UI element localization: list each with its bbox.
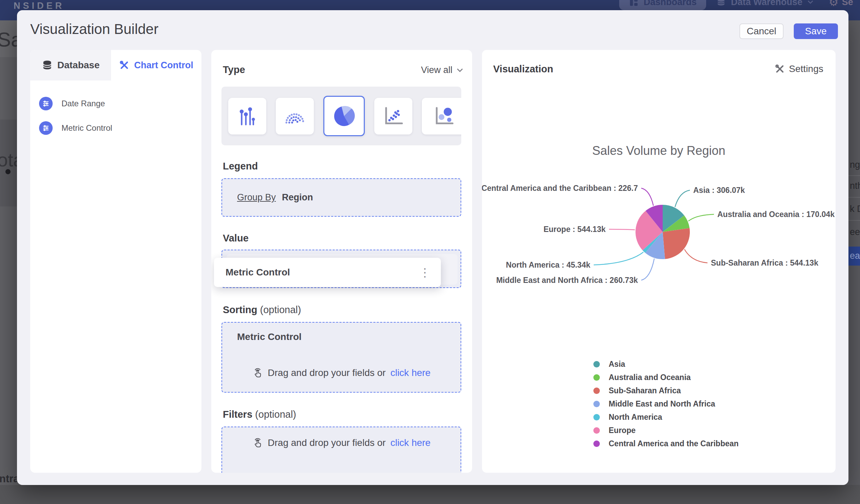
tab-chart-control-label: Chart Control [134,60,193,71]
filters-dropzone[interactable]: Drag and drop your fields or click here [221,427,461,473]
screen: NSIDER Dashboards Data Warehouse ⚙ Se [0,0,860,504]
sorting-heading-label: Sorting [223,304,257,315]
tab-chart-control[interactable]: Chart Control [111,50,201,81]
nav-item-data-warehouse[interactable]: Data Warehouse [716,0,814,9]
tap-hand-icon [252,368,263,378]
legend-color-dot [593,388,600,394]
database-icon [716,0,726,7]
pie-leader-line [641,258,654,280]
sorting-optional-label: (optional) [260,304,301,315]
pie-callout-label: North America : 45.34k [506,260,590,270]
value-field-dragging-chip[interactable]: Metric Control ⋮ [214,258,441,287]
menu-divider [848,197,860,198]
menu-item-selected[interactable]: ear [848,247,860,265]
builder-panel: Type View all [211,50,472,473]
menu-divider [848,175,860,176]
tab-database-label: Database [57,60,100,71]
menu-item-fragment: ear [850,251,860,261]
menu-divider [848,220,860,221]
legend-color-dot [593,374,600,381]
nav-item-dashboards[interactable]: Dashboards [619,0,706,10]
sidebar-item-label: Metric Control [61,123,112,133]
dropzone-text: Drag and drop your fields or [268,437,386,448]
legend-color-dot [593,441,600,447]
legend-item[interactable]: Australia and Oceania [593,373,739,382]
legend-color-dot [593,361,600,368]
type-card-pie-chart-selected[interactable] [323,96,365,136]
dragging-field-label: Metric Control [226,258,290,287]
type-card-lollipop-chart[interactable] [228,98,266,134]
legend-dropzone[interactable]: Group By Region [221,178,461,217]
database-icon [42,60,53,71]
pie-chart-icon [331,103,357,129]
pie-callout-label: Europe : 544.13k [543,225,606,234]
legend-label: Sub-Saharan Africa [609,386,681,395]
value-heading: Value [223,233,249,244]
legend-item[interactable]: Middle East and North Africa [593,400,739,408]
legend-heading: Legend [223,161,258,172]
pie-slice[interactable] [663,228,690,259]
filters-optional-label: (optional) [255,409,296,420]
click-here-link[interactable]: click here [390,437,430,448]
legend-color-dot [593,427,600,434]
group-by-value: Region [282,192,313,203]
nav-item-settings[interactable]: ⚙ Se [829,0,853,9]
tune-icon [39,97,53,110]
pie-callout-label: Sub-Saharan Africa : 544.13k [711,258,818,268]
type-card-arc-dot-chart[interactable] [276,98,314,134]
visualization-panel: Visualization Settings Sales Volume by R… [482,50,835,473]
tab-database[interactable]: Database [30,50,111,81]
menu-item-fragment[interactable]: nth [850,181,860,191]
legend-color-dot [593,414,600,420]
pie-callout-label: Central America and the Caribbean : 226.… [482,183,638,193]
sorting-dropzone[interactable]: Metric Control Drag and drop your fields… [221,322,461,393]
pie-leader-line [675,190,690,207]
cancel-button[interactable]: Cancel [740,24,784,39]
legend-item[interactable]: Asia [593,360,739,369]
visualization-builder-modal: Visualization Builder Cancel Save Databa… [17,10,848,485]
view-all-button[interactable]: View all [421,65,463,75]
pie-leader-line [641,188,654,206]
pie-leader-line [594,252,643,265]
pie-callout-label: Australia and Oceania : 170.04k [717,210,834,219]
legend-item[interactable]: North America [593,413,739,421]
scatter-plot-icon [382,105,405,128]
dashboard-icon [629,0,639,7]
chevron-down-icon [807,0,814,4]
pie-leader-line [684,249,707,263]
lollipop-chart-icon [236,105,258,127]
sidebar-item-date-range[interactable]: Date Range [39,97,105,110]
menu-item-fragment[interactable]: eek [850,227,860,237]
kebab-menu-icon[interactable]: ⋮ [419,267,431,278]
legend-label: Australia and Oceania [609,373,691,382]
pie-leader-line [609,229,635,230]
tools-icon [119,60,129,70]
legend-label: Asia [609,360,625,369]
type-heading: Type [223,64,245,75]
chart-legend: AsiaAustralia and OceaniaSub-Saharan Afr… [593,360,739,448]
click-here-link[interactable]: click here [390,368,430,378]
legend-color-dot [593,401,600,407]
legend-label: North America [609,413,662,422]
sidebar-item-metric-control[interactable]: Metric Control [39,121,112,135]
save-button[interactable]: Save [794,24,838,39]
menu-item-fragment[interactable]: k D [850,204,860,214]
gear-icon: ⚙ [829,0,838,9]
type-card-scatter-plot[interactable] [374,98,412,134]
chevron-down-icon [457,68,463,72]
menu-item-fragment[interactable]: nge [850,160,860,170]
legend-item[interactable]: Sub-Saharan Africa [593,387,739,395]
type-card-bubble-chart[interactable] [422,98,461,134]
tap-hand-icon [252,437,263,448]
pie-callout-label: Asia : 306.07k [693,185,745,195]
brand-logo: NSIDER [14,1,64,11]
sorting-field-label: Metric Control [237,331,302,342]
background-bottom-strip [0,485,860,504]
legend-item[interactable]: Europe [593,426,739,435]
sidebar-tabbar: Database Chart Control [30,50,201,81]
group-by-label[interactable]: Group By [237,192,276,203]
dropzone-text: Drag and drop your fields or [268,368,386,378]
pie-callout-label: Middle East and North Africa : 260.73k [496,275,638,285]
legend-item[interactable]: Central America and the Caribbean [593,440,739,448]
bubble-chart-icon [432,105,456,128]
